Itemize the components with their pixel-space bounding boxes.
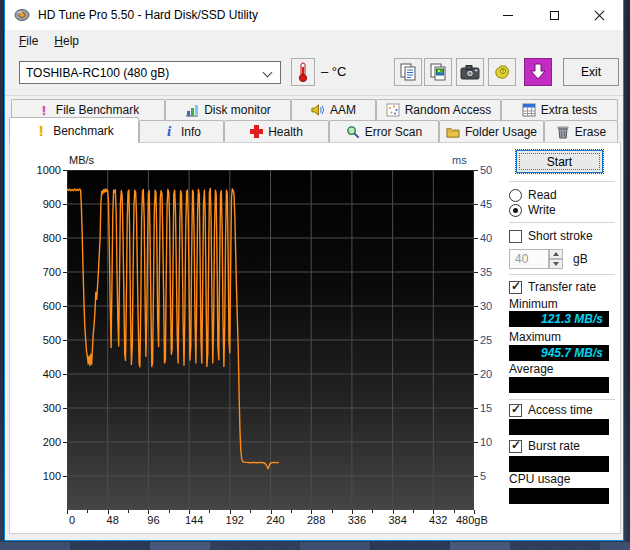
average-value <box>509 377 609 393</box>
x-tick-mark <box>433 510 434 514</box>
y2-tick-mark <box>474 340 478 341</box>
copy-text-button[interactable] <box>394 58 422 86</box>
maximum-label: Maximum <box>509 330 561 344</box>
x-tick-mark <box>352 510 353 514</box>
tab-label: Random Access <box>405 103 492 117</box>
x-minor-tick-mark <box>209 510 210 513</box>
maximum-value: 945.7 MB/s <box>509 345 609 361</box>
menubar: File Help <box>5 30 623 52</box>
thermometer-icon <box>297 62 309 82</box>
read-radio-row[interactable]: Read <box>509 188 557 202</box>
tab-folder-usage[interactable]: Folder Usage <box>439 120 544 142</box>
health-icon <box>250 125 263 138</box>
camera-icon <box>460 64 480 80</box>
y2-tick-label: 35 <box>480 266 492 278</box>
write-radio-row[interactable]: Write <box>509 203 556 217</box>
y-tick-mark <box>63 442 67 443</box>
tab-error-scan[interactable]: Error Scan <box>329 120 439 142</box>
y2-tick-mark <box>474 170 478 171</box>
file-benchmark-icon <box>37 103 51 117</box>
separator <box>509 274 615 276</box>
stepper-up-button[interactable] <box>549 249 563 259</box>
tab-label: Health <box>268 125 303 139</box>
x-tick-label: 240 <box>253 514 299 526</box>
tab-aam[interactable]: AAM <box>291 99 376 120</box>
menu-help[interactable]: Help <box>46 32 87 50</box>
hdtune-window: HD Tune Pro 5.50 - Hard Disk/SSD Utility… <box>4 0 624 541</box>
y-tick-label: 200 <box>21 436 61 448</box>
temperature-value: – °C <box>321 58 346 86</box>
short-stroke-checkbox[interactable] <box>509 230 522 243</box>
x-tick-mark <box>230 510 231 514</box>
titlebar[interactable]: HD Tune Pro 5.50 - Hard Disk/SSD Utility <box>5 0 623 30</box>
write-radio[interactable] <box>509 204 522 217</box>
x-tick-mark <box>311 510 312 514</box>
access-time-row[interactable]: Access time <box>509 403 593 417</box>
drive-select-dropdown[interactable]: TOSHIBA-RC100 (480 gB) <box>19 61 281 84</box>
maximize-button[interactable] <box>532 0 577 30</box>
update-check-button[interactable] <box>524 58 552 86</box>
separator <box>509 399 615 401</box>
tab-label: AAM <box>330 103 356 117</box>
stepper-down-button[interactable] <box>549 259 563 269</box>
benchmark-icon <box>34 124 48 138</box>
toolbar: TOSHIBA-RC100 (480 gB) – °C <box>5 52 623 96</box>
y-tick-label: 500 <box>21 334 61 346</box>
tab-random-access[interactable]: Random Access <box>376 99 501 120</box>
copy-image-button[interactable] <box>424 58 452 86</box>
y-axis-title: MB/s <box>69 154 94 166</box>
access-time-checkbox[interactable] <box>509 404 522 417</box>
hand-icon <box>492 62 512 82</box>
donate-button[interactable] <box>488 58 516 86</box>
menu-file[interactable]: File <box>11 32 46 50</box>
burst-rate-checkbox[interactable] <box>509 440 522 453</box>
y2-tick-label: 10 <box>480 436 492 448</box>
arrow-up-icon <box>553 252 559 256</box>
tab-disk-monitor[interactable]: Disk monitor <box>165 99 291 120</box>
transfer-rate-row[interactable]: Transfer rate <box>509 280 596 294</box>
capacity-stepper[interactable] <box>549 249 563 269</box>
burst-rate-row[interactable]: Burst rate <box>509 439 580 453</box>
y2-tick-mark <box>474 204 478 205</box>
tab-benchmark[interactable]: Benchmark <box>9 117 139 143</box>
x-minor-tick-mark <box>372 510 373 513</box>
x-minor-tick-mark <box>413 510 414 513</box>
x-minor-tick-mark <box>128 510 129 513</box>
burst-rate-value <box>509 456 609 472</box>
y-tick-mark <box>63 204 67 205</box>
tab-health[interactable]: Health <box>224 120 329 142</box>
tab-info[interactable]: Info <box>139 120 224 142</box>
y2-tick-label: 50 <box>480 164 492 176</box>
tab-extra-tests[interactable]: Extra tests <box>501 99 618 120</box>
x-tick-mark <box>393 510 394 514</box>
close-button[interactable] <box>577 0 622 30</box>
tab-label: Disk monitor <box>204 103 271 117</box>
exit-button[interactable]: Exit <box>563 58 619 86</box>
y-tick-mark <box>63 476 67 477</box>
exit-label: Exit <box>581 65 601 79</box>
short-stroke-row[interactable]: Short stroke <box>509 229 593 243</box>
read-radio[interactable] <box>509 189 522 202</box>
tab-label: Info <box>181 125 201 139</box>
x-minor-tick-mark <box>332 510 333 513</box>
x-tick-mark <box>474 510 475 514</box>
tab-erase[interactable]: Erase <box>544 120 618 142</box>
x-tick-label: 0 <box>49 514 95 526</box>
write-label: Write <box>528 203 556 217</box>
minimize-icon <box>503 15 513 16</box>
capacity-input[interactable]: 40 <box>509 249 549 269</box>
access-time-value <box>509 419 609 435</box>
y2-tick-label: 25 <box>480 334 492 346</box>
minimize-button[interactable] <box>485 0 530 30</box>
tab-label: Erase <box>575 125 606 139</box>
transfer-rate-checkbox[interactable] <box>509 281 522 294</box>
start-button[interactable]: Start <box>516 150 603 173</box>
separator <box>509 181 615 183</box>
screenshot-button[interactable] <box>456 58 484 86</box>
capacity-unit-label: gB <box>573 252 588 266</box>
y-tick-label: 100 <box>21 470 61 482</box>
access-time-label: Access time <box>528 403 593 417</box>
y2-tick-mark <box>474 442 478 443</box>
temperature-button[interactable] <box>291 58 315 86</box>
chevron-down-icon <box>263 68 273 78</box>
